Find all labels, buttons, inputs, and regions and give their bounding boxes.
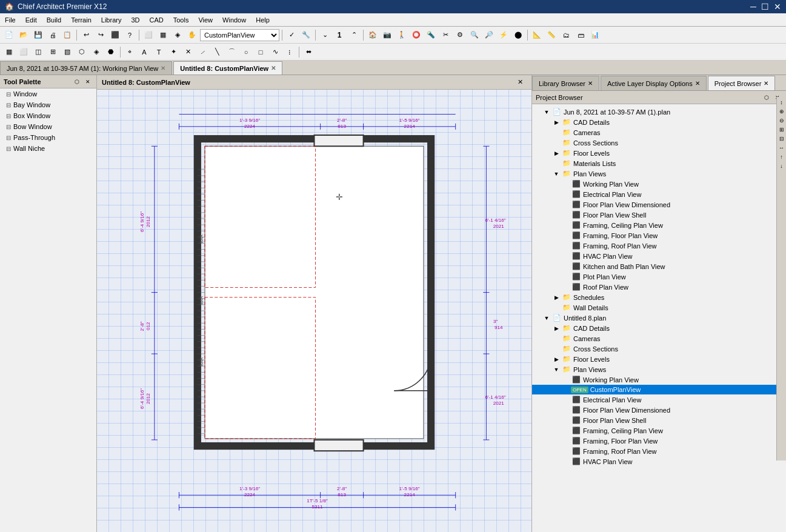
floor-plan-svg[interactable]: 1'-3 9/16" 2224 2'-8" 813 1'-5 9/16" 221… [97, 90, 531, 532]
home-button[interactable]: 🏠 [366, 28, 379, 42]
t2-btn14[interactable]: ⟋ [196, 45, 209, 59]
menu-library[interactable]: Library [96, 15, 127, 25]
tree-custom-pv-2[interactable]: OPEN CustomPlanView [532, 385, 786, 394]
palette-item-bay-window[interactable]: ⊟ Bay Window [0, 99, 96, 110]
canvas-close[interactable]: ✕ [513, 76, 527, 89]
menu-3d[interactable]: 3D [126, 15, 144, 25]
t2-btn13[interactable]: ✕ [181, 45, 195, 59]
tree-materials-1[interactable]: 📁 Materials Lists [532, 158, 786, 168]
title-bar-controls[interactable]: ─ ☐ ✕ [750, 2, 781, 12]
t2-btn6[interactable]: ⬡ [75, 45, 88, 59]
palette-item-bow-window[interactable]: ⊟ Bow Window [0, 121, 96, 132]
select3-button[interactable]: ◈ [171, 28, 184, 42]
walk-button[interactable]: 🚶 [395, 28, 408, 42]
tree-framing-ceil-2[interactable]: ⬛ Framing, Ceiling Plan View [532, 425, 786, 436]
side-tb-7[interactable]: ↑ [778, 153, 786, 161]
tree-cad-details-2[interactable]: ▶ 📁 CAD Details [532, 323, 786, 333]
tree-elec-pv-1[interactable]: ⬛ Electrical Plan View [532, 189, 786, 199]
camera-button[interactable]: 📷 [381, 28, 394, 42]
new-button[interactable]: 📄 [2, 28, 16, 42]
tool12-button[interactable]: 📊 [588, 28, 602, 42]
tree-plan-views-2[interactable]: ▼ 📁 Plan Views [532, 364, 786, 374]
palette-item-window[interactable]: ⊟ Window [0, 88, 96, 99]
side-tb-2[interactable]: ⊕ [778, 107, 786, 116]
tree-plan-1[interactable]: ▼ 📄 Jun 8, 2021 at 10-39-57 AM (1).plan [532, 107, 786, 117]
side-tb-6[interactable]: ↔ [778, 144, 786, 152]
tree-hvac-2[interactable]: ⬛ HVAC Plan View [532, 456, 786, 467]
tool-palette-controls[interactable]: ⬡ ✕ [72, 77, 93, 87]
tree-framing-ceil-1[interactable]: ⬛ Framing, Ceiling Plan View [532, 220, 786, 230]
t2-btn7[interactable]: ◈ [90, 45, 103, 59]
print2-button[interactable]: 📋 [61, 28, 74, 42]
t2-btn15[interactable]: ╲ [210, 45, 224, 59]
tool7-button[interactable]: ⬤ [511, 28, 525, 42]
tool4-button[interactable]: 🔍 [468, 28, 481, 42]
tool5-button[interactable]: 🔎 [482, 28, 496, 42]
tree-framing-roof-1[interactable]: ⬛ Framing, Roof Plan View [532, 241, 786, 251]
palette-item-wall-niche[interactable]: ⊟ Wall Niche [0, 143, 96, 154]
tree-framing-floor-2[interactable]: ⬛ Framing, Floor Plan View [532, 436, 786, 446]
select-button[interactable]: ⬜ [142, 28, 155, 42]
side-tb-3[interactable]: ⊖ [778, 116, 786, 125]
menu-cad[interactable]: CAD [144, 15, 168, 25]
panel-tab-project-close[interactable]: ✕ [764, 80, 768, 87]
tool6-button[interactable]: ⚡ [497, 28, 510, 42]
tab-custom-plan[interactable]: Untitled 8: CustomPlanView ✕ [173, 61, 282, 75]
tree-cross-sections-2[interactable]: 📁 Cross Sections [532, 344, 786, 354]
orbit-button[interactable]: ⭕ [410, 28, 423, 42]
wrench-button[interactable]: 🔧 [299, 28, 313, 42]
t2-btn5[interactable]: ▧ [61, 45, 74, 59]
menu-file[interactable]: File [0, 15, 21, 25]
canvas[interactable]: 1'-3 9/16" 2224 2'-8" 813 1'-5 9/16" 221… [97, 90, 531, 532]
tool-palette-close[interactable]: ✕ [83, 77, 93, 87]
t2-btn16[interactable]: ⌒ [225, 45, 238, 59]
maximize-button[interactable]: ☐ [761, 2, 769, 12]
panel-tab-layers[interactable]: Active Layer Display Options ✕ [601, 76, 707, 90]
t2-btn2[interactable]: ⬜ [17, 45, 30, 59]
tree-fp-shell-2[interactable]: ⬛ Floor Plan View Shell [532, 415, 786, 425]
save-button[interactable]: 💾 [32, 28, 45, 42]
menu-tools[interactable]: Tools [168, 15, 194, 25]
palette-item-pass-through[interactable]: ⊟ Pass-Through [0, 132, 96, 143]
side-tb-4[interactable]: ⊞ [778, 125, 786, 134]
tree-kitchen-bath-1[interactable]: ⬛ Kitchen and Bath Plan View [532, 261, 786, 271]
close-button[interactable]: ✕ [774, 2, 781, 12]
t2-btn19[interactable]: ∿ [268, 45, 282, 59]
menu-edit[interactable]: Edit [21, 15, 42, 25]
undo-button[interactable]: ↩ [79, 28, 93, 42]
tab-custom-plan-close[interactable]: ✕ [271, 65, 276, 71]
tree-plan-views-1[interactable]: ▼ 📁 Plan Views [532, 168, 786, 179]
t2-btn21[interactable]: ⬌ [302, 45, 315, 59]
tool3-button[interactable]: ⚙ [453, 28, 467, 42]
plan-view-dropdown[interactable]: CustomPlanView Working Plan View Floor P… [200, 29, 279, 41]
tree-wall-details-1[interactable]: 📁 Wall Details [532, 302, 786, 313]
pan-button[interactable]: ✋ [185, 28, 199, 42]
tree-working-pv-2[interactable]: ⬛ Working Plan View [532, 374, 786, 385]
tree-cameras-2[interactable]: 📁 Cameras [532, 333, 786, 344]
side-tb-8[interactable]: ↓ [778, 162, 786, 170]
tool9-button[interactable]: 📏 [545, 28, 558, 42]
redo-button[interactable]: ↪ [94, 28, 107, 42]
t2-btn3[interactable]: ◫ [32, 45, 45, 59]
menu-view[interactable]: View [193, 15, 218, 25]
panel-tab-library[interactable]: Library Browser ✕ [532, 76, 599, 90]
t2-btn1[interactable]: ▦ [2, 45, 16, 59]
menu-terrain[interactable]: Terrain [66, 15, 96, 25]
tree-schedules-1[interactable]: ▶ 📁 Schedules [532, 292, 786, 302]
tree-floor-levels-1[interactable]: ▶ 📁 Floor Levels [532, 148, 786, 158]
menu-help[interactable]: Help [251, 15, 275, 25]
pb-float-button[interactable]: ⬡ [762, 93, 771, 102]
tree-plan-2[interactable]: ▼ 📄 Untitled 8.plan [532, 313, 786, 323]
palette-item-box-window[interactable]: ⊟ Box Window [0, 110, 96, 121]
t2-btn4[interactable]: ⊞ [46, 45, 59, 59]
t2-btn20[interactable]: ⫶ [283, 45, 296, 59]
tree-fp-dim-1[interactable]: ⬛ Floor Plan View Dimensioned [532, 199, 786, 210]
t2-btn12[interactable]: ✦ [167, 45, 180, 59]
panel-tab-library-close[interactable]: ✕ [588, 80, 593, 87]
t2-btn10[interactable]: A [138, 45, 151, 59]
panel-tab-layers-close[interactable]: ✕ [695, 80, 700, 87]
tool10-button[interactable]: 🗂 [559, 28, 573, 42]
print-button[interactable]: 🖨 [46, 28, 59, 42]
tool8-button[interactable]: 📐 [530, 28, 544, 42]
tree-elec-pv-2[interactable]: ⬛ Electrical Plan View [532, 394, 786, 405]
